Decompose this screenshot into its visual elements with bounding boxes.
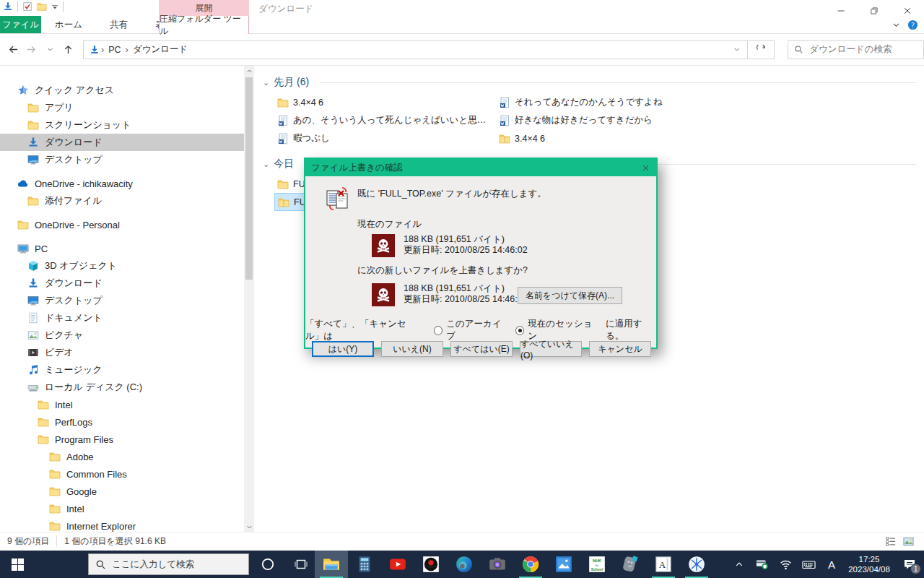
- sidebar-item[interactable]: Internet Explorer: [0, 517, 244, 532]
- sidebar-item[interactable]: Intel: [0, 396, 244, 413]
- task-view-button[interactable]: [284, 551, 318, 578]
- taskbar-clock[interactable]: 17:25 2023/04/08: [843, 554, 895, 574]
- sidebar-item[interactable]: デスクトップ: [0, 292, 244, 309]
- ime-indicator[interactable]: A: [820, 551, 843, 578]
- sidebar-item-label: OneDrive - ichikawacity: [35, 178, 133, 189]
- start-button[interactable]: [0, 551, 35, 578]
- sidebar-item[interactable]: ローカル ディスク (C:): [0, 379, 244, 396]
- up-button[interactable]: [59, 40, 77, 59]
- taskbar-app-sushi[interactable]: [414, 551, 448, 578]
- sidebar-item[interactable]: アプリ: [0, 99, 244, 116]
- caret-down-icon[interactable]: [51, 3, 58, 10]
- file-item-label: あの、そういう人って死んじゃえばいいと思うん...: [293, 114, 488, 126]
- sidebar-item[interactable]: 添付ファイル: [0, 192, 244, 210]
- dialog-button[interactable]: キャンセル: [589, 341, 651, 357]
- sidebar-item[interactable]: Common Files: [0, 465, 244, 483]
- sidebar-item[interactable]: ピクチャ: [0, 327, 244, 344]
- recent-locations-icon[interactable]: [40, 40, 58, 59]
- taskbar-app-youtube[interactable]: [381, 551, 414, 578]
- taskbar-app-nhk[interactable]: NHKforSchool: [580, 551, 614, 578]
- taskbar-app-explorer[interactable]: [315, 551, 348, 578]
- sidebar-item[interactable]: ダウンロード: [0, 275, 244, 292]
- sidebar-scrollbar[interactable]: [244, 66, 254, 532]
- location-icon: [90, 45, 100, 55]
- radio-this-archive[interactable]: このアーカイブ: [434, 318, 505, 342]
- cortana-button[interactable]: [251, 551, 284, 578]
- details-view-icon[interactable]: [886, 536, 896, 546]
- taskbar-app-camera[interactable]: [481, 551, 514, 578]
- sidebar-item[interactable]: Google: [0, 483, 244, 500]
- sidebar-item[interactable]: OneDrive - Personal: [0, 216, 244, 233]
- forward-button[interactable]: [22, 40, 40, 59]
- file-item[interactable]: あの、そういう人って死んじゃえばいいと思うん...: [274, 111, 491, 129]
- dialog-close-icon[interactable]: [635, 159, 656, 176]
- tray-overflow-chevron-icon[interactable]: [728, 551, 751, 578]
- sidebar-item[interactable]: スクリーンショット: [0, 116, 244, 134]
- file-item[interactable]: 暇つぶし: [274, 129, 491, 147]
- taskbar-app-calculator[interactable]: [348, 551, 381, 578]
- refresh-button[interactable]: [748, 40, 775, 59]
- scroll-down-icon[interactable]: [244, 522, 254, 532]
- action-center-button[interactable]: 1: [895, 551, 924, 578]
- sidebar-item[interactable]: 3D オブジェクト: [0, 257, 244, 275]
- dialog-button[interactable]: いいえ(N): [381, 341, 443, 357]
- taskbar-app-chrome[interactable]: [514, 551, 547, 578]
- tab-file[interactable]: ファイル: [0, 16, 41, 33]
- address-dropdown-icon[interactable]: [733, 46, 740, 53]
- sidebar-item[interactable]: デスクトップ: [0, 151, 244, 168]
- taskbar-search-box[interactable]: ここに入力して検索: [88, 553, 249, 575]
- ribbon-collapse-icon[interactable]: [892, 21, 900, 29]
- sidebar-item[interactable]: PerfLogs: [0, 413, 244, 431]
- sidebar-item[interactable]: PC: [0, 240, 244, 257]
- properties-icon[interactable]: [22, 1, 32, 12]
- security-payment-icon[interactable]: [751, 551, 774, 578]
- sidebar-item[interactable]: Intel: [0, 500, 244, 517]
- thumbnail-view-icon[interactable]: [903, 536, 914, 547]
- new-folder-icon[interactable]: [37, 1, 47, 12]
- sidebar-item[interactable]: ビデオ: [0, 344, 244, 361]
- taskbar-app-clova[interactable]: [614, 551, 647, 578]
- breadcrumb-item[interactable]: PC: [105, 45, 123, 55]
- touch-keyboard-icon[interactable]: [797, 551, 820, 578]
- taskbar-app-edge[interactable]: [448, 551, 481, 578]
- tab-1[interactable]: 共有: [96, 16, 141, 33]
- explorer-search-box[interactable]: ダウンロードの検索: [788, 40, 924, 59]
- sidebar-item[interactable]: クイック アクセス: [0, 82, 244, 99]
- sidebar-item[interactable]: Adobe: [0, 448, 244, 465]
- collapse-chevron-icon[interactable]: ⌄: [263, 160, 269, 169]
- collapse-chevron-icon[interactable]: ⌄: [263, 78, 269, 87]
- dialog-button[interactable]: すべていいえ(O): [520, 341, 582, 357]
- help-icon[interactable]: ?: [907, 20, 918, 30]
- address-bar[interactable]: › PC›ダウンロード: [83, 40, 749, 59]
- folder-icon: [277, 97, 289, 108]
- file-group-items: 3.4×4 6あの、そういう人って死んじゃえばいいと思うん...暇つぶしそれって…: [274, 93, 924, 147]
- sidebar-item[interactable]: Program Files: [0, 431, 244, 448]
- taskbar-app-photos[interactable]: [547, 551, 580, 578]
- status-bar: 9 個の項目 1 個の項目を選択 91.6 KB: [0, 532, 924, 550]
- folder-icon: [27, 102, 39, 113]
- cube-icon: [27, 260, 39, 272]
- file-group-header[interactable]: ⌄先月 (6): [263, 74, 924, 90]
- sidebar-item[interactable]: OneDrive - ichikawacity: [0, 175, 244, 192]
- file-item[interactable]: 3.4×4 6: [274, 93, 491, 111]
- sidebar-item[interactable]: ダウンロード: [0, 134, 244, 151]
- sidebar-item[interactable]: ドキュメント: [0, 309, 244, 327]
- back-button[interactable]: [4, 40, 22, 59]
- dialog-button[interactable]: はい(Y): [312, 341, 374, 357]
- save-as-button[interactable]: 名前をつけて保存(A)...: [518, 287, 622, 304]
- tab-0[interactable]: ホーム: [41, 16, 96, 33]
- tab-compressed-folder-tools[interactable]: 圧縮フォルダー ツール: [159, 16, 249, 34]
- breadcrumb-item[interactable]: ダウンロード: [130, 43, 191, 56]
- system-tray: A 17:25 2023/04/08 1: [728, 551, 924, 578]
- screen: 展開 ダウンロード ファイル ホーム共有表示 圧縮フォルダー ツール ?: [0, 0, 924, 578]
- file-item[interactable]: 3.4×4 6: [496, 129, 712, 147]
- taskbar-app-abook[interactable]: A: [647, 551, 680, 578]
- scroll-up-icon[interactable]: [244, 66, 254, 76]
- sidebar-item[interactable]: ミュージック: [0, 361, 244, 379]
- dialog-button[interactable]: すべてはい(E): [450, 341, 513, 357]
- file-item[interactable]: 好きな物は好きだってすきだから: [496, 111, 712, 129]
- wifi-icon[interactable]: [774, 551, 797, 578]
- scrollbar-thumb[interactable]: [245, 77, 253, 280]
- taskbar-app-share[interactable]: [680, 551, 713, 578]
- file-item[interactable]: それってあなたのかんそうですよね: [496, 93, 712, 111]
